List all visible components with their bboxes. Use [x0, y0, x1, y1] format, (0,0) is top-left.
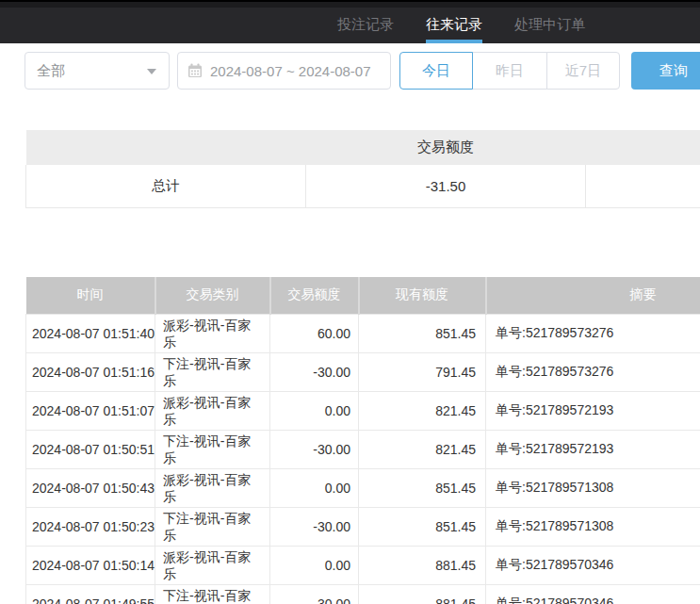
cell-summary: 单号:521789572193 — [486, 430, 700, 468]
records-header-row: 时间 交易类别 交易额度 现有额度 摘要 — [26, 277, 700, 314]
cell-type: 下注-视讯-百家乐 — [155, 507, 270, 546]
calendar-icon — [187, 63, 203, 78]
cell-summary: 单号:521789572193 — [486, 391, 700, 430]
cell-time: 2024-08-07 01:49:55 — [26, 584, 155, 604]
col-header-balance: 现有额度 — [359, 277, 486, 314]
col-header-amount: 交易额度 — [270, 277, 359, 314]
cell-type: 下注-视讯-百家乐 — [155, 352, 270, 391]
summary-header-amount: 交易额度 — [306, 130, 586, 165]
cell-amount: -30.00 — [270, 430, 359, 468]
cell-time: 2024-08-07 01:50:23 — [26, 507, 155, 546]
cell-type: 下注-视讯-百家乐 — [155, 584, 270, 604]
cell-balance: 791.45 — [359, 352, 486, 391]
cell-type: 派彩-视讯-百家乐 — [155, 391, 270, 430]
today-button[interactable]: 今日 — [399, 52, 473, 90]
table-row: 2024-08-07 01:51:16 下注-视讯-百家乐 -30.00 791… — [26, 352, 700, 391]
cell-summary: 单号:521789570346 — [486, 546, 700, 584]
cell-amount: -30.00 — [270, 507, 359, 546]
tab-transaction-records[interactable]: 往来记录 — [426, 8, 482, 43]
cell-summary: 单号:521789571308 — [486, 468, 700, 507]
summary-header-row: 交易额度 — [26, 130, 700, 165]
summary-table: 交易额度 总计 -31.50 — [25, 130, 700, 208]
table-row: 2024-08-07 01:50:23 下注-视讯-百家乐 -30.00 851… — [26, 507, 700, 546]
records-table-body: 2024-08-07 01:51:40 派彩-视讯-百家乐 60.00 851.… — [26, 314, 700, 604]
cell-balance: 851.45 — [359, 507, 486, 546]
transaction-records-page: 投注记录 往来记录 处理中订单 全部 — [0, 0, 700, 604]
cell-time: 2024-08-07 01:50:14 — [26, 546, 155, 584]
cell-balance: 881.45 — [359, 546, 486, 584]
date-range-value: 2024-08-07 ~ 2024-08-07 — [210, 63, 371, 79]
table-row: 2024-08-07 01:51:07 派彩-视讯-百家乐 0.00 821.4… — [26, 391, 700, 430]
cell-balance: 881.45 — [359, 584, 486, 604]
cell-time: 2024-08-07 01:50:51 — [26, 430, 155, 468]
cell-time: 2024-08-07 01:51:16 — [26, 352, 155, 391]
nav-tabs: 投注记录 往来记录 处理中订单 — [337, 8, 585, 43]
tab-betting-records[interactable]: 投注记录 — [337, 8, 394, 43]
cell-summary: 单号:521789573276 — [486, 352, 700, 391]
cell-amount: -30.00 — [270, 584, 359, 604]
type-select[interactable]: 全部 — [24, 52, 170, 90]
cell-amount: 0.00 — [270, 391, 359, 430]
chevron-down-icon — [147, 69, 156, 74]
cell-balance: 851.45 — [359, 468, 486, 507]
table-row: 2024-08-07 01:51:40 派彩-视讯-百家乐 60.00 851.… — [26, 314, 700, 352]
cell-summary: 单号:521789571308 — [486, 507, 700, 546]
cell-balance: 851.45 — [359, 314, 486, 352]
type-select-value: 全部 — [37, 62, 65, 80]
cell-amount: 60.00 — [270, 314, 359, 352]
table-row: 2024-08-07 01:49:55 下注-视讯-百家乐 -30.00 881… — [26, 584, 700, 604]
summary-total-amount: -31.50 — [306, 165, 586, 207]
summary-total-row: 总计 -31.50 — [26, 165, 700, 207]
cell-time: 2024-08-07 01:51:40 — [26, 314, 155, 352]
records-table: 时间 交易类别 交易额度 现有额度 摘要 2024-08-07 01:51:40… — [25, 277, 700, 604]
cell-balance: 821.45 — [359, 391, 486, 430]
summary-header-clipped — [586, 130, 700, 165]
cell-type: 派彩-视讯-百家乐 — [155, 546, 270, 584]
cell-amount: 0.00 — [270, 468, 359, 507]
cell-time: 2024-08-07 01:50:43 — [26, 468, 155, 507]
cell-amount: -30.00 — [270, 352, 359, 391]
cell-time: 2024-08-07 01:51:07 — [26, 391, 155, 430]
cell-balance: 821.45 — [359, 430, 486, 468]
col-header-summary: 摘要 — [486, 277, 700, 314]
cell-summary: 单号:521789570346 — [486, 584, 700, 604]
last-7-days-button[interactable]: 近7日 — [546, 52, 620, 90]
tab-processing-orders[interactable]: 处理中订单 — [514, 8, 585, 43]
cell-type: 派彩-视讯-百家乐 — [155, 468, 270, 507]
summary-header-empty — [26, 130, 306, 165]
cell-type: 派彩-视讯-百家乐 — [155, 314, 270, 352]
cell-type: 下注-视讯-百家乐 — [155, 430, 270, 468]
cell-amount: 0.00 — [270, 546, 359, 584]
top-nav-bar: 投注记录 往来记录 处理中订单 — [0, 8, 700, 43]
summary-total-clipped — [586, 165, 700, 207]
col-header-type: 交易类别 — [155, 277, 270, 314]
date-range-input[interactable]: 2024-08-07 ~ 2024-08-07 — [177, 52, 391, 90]
table-row: 2024-08-07 01:50:14 派彩-视讯-百家乐 0.00 881.4… — [26, 546, 700, 584]
query-button[interactable]: 查询 — [631, 52, 700, 90]
col-header-time: 时间 — [26, 277, 155, 314]
quick-date-buttons: 今日 昨日 近7日 — [399, 52, 620, 90]
table-row: 2024-08-07 01:50:43 派彩-视讯-百家乐 0.00 851.4… — [26, 468, 700, 507]
yesterday-button[interactable]: 昨日 — [472, 52, 547, 90]
filter-bar: 全部 2024-08-07 ~ 2024-08-07 今日 昨 — [24, 52, 700, 90]
table-row: 2024-08-07 01:50:51 下注-视讯-百家乐 -30.00 821… — [26, 430, 700, 468]
cell-summary: 单号:521789573276 — [486, 314, 700, 352]
summary-total-label: 总计 — [26, 165, 306, 207]
